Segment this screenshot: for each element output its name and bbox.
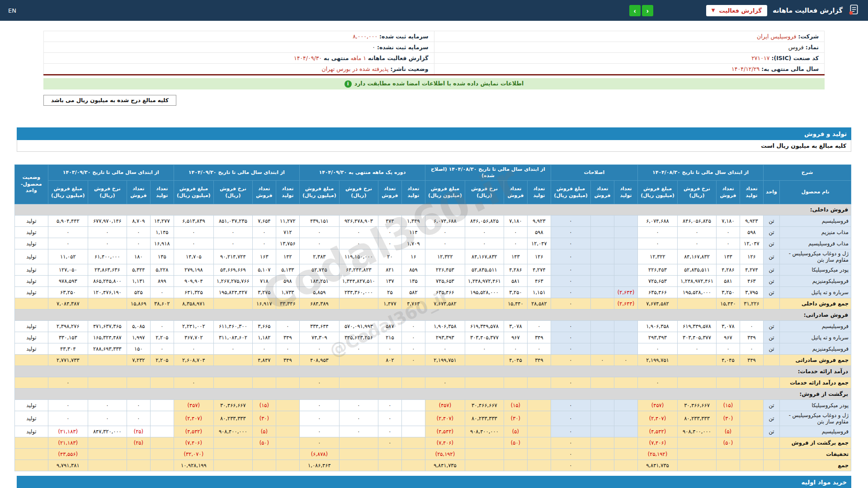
- info-icon: i: [344, 80, 352, 88]
- value-cell: ۱۶,۹۱۷: [252, 298, 276, 310]
- table-row: تخفیفات(۲۵,۱۹۲)۰(۲۵,۱۹۲)(۶,۸۷۸)(۳۲,۰۷۰)(…: [14, 449, 851, 460]
- value-cell: [740, 437, 764, 449]
- table-row: فروسیلیسیمتن۰۳,۰۷۸۶۱۹,۳۴۹,۵۷۸۱,۹۰۶,۳۵۸۰۰…: [14, 321, 851, 332]
- value-cell: [401, 437, 425, 449]
- value-cell: (۴۵۷): [425, 400, 465, 411]
- value-cell: ۶۱۹,۳۴۹,۵۷۸: [678, 321, 717, 332]
- value-cell: (۵۰): [504, 437, 527, 449]
- value-cell: ۶۸۴,۳۸۹: [299, 298, 339, 310]
- value-cell: [401, 460, 425, 471]
- value-cell: ۱۹۵,۵۲۸,۰۰۰: [678, 287, 717, 298]
- value-cell: ۰: [299, 343, 339, 355]
- value-cell: ۰: [465, 238, 504, 249]
- value-cell: [339, 355, 378, 366]
- value-cell: ۱۶۳: [252, 249, 276, 264]
- value-cell: ۰: [425, 377, 465, 389]
- value-cell: ۴,۲۷۴: [740, 264, 764, 276]
- value-cell: [590, 216, 614, 227]
- status-cell: تولید: [14, 400, 48, 411]
- value-cell: ۰: [88, 227, 127, 238]
- value-cell: (۲۱,۱۸۳): [48, 437, 88, 449]
- value-cell: ۱,۱۴۵: [150, 227, 174, 238]
- value-cell: [252, 449, 276, 460]
- symbol-label: نماد:: [806, 44, 819, 51]
- value-cell: ۳,۲۵۰: [717, 287, 740, 298]
- value-cell: ۰: [174, 343, 213, 355]
- value-cell: ۱,۲۴۸,۹۷۲,۴۶۱: [465, 276, 504, 287]
- value-cell: (۲,۶۴۴): [614, 298, 637, 310]
- col-header: تعداد فروش: [127, 181, 150, 204]
- chevron-down-icon: ▼: [712, 8, 715, 13]
- value-cell: [276, 460, 299, 471]
- unit-cell: تن: [764, 264, 780, 276]
- value-cell: ۰: [504, 343, 527, 355]
- value-cell: [527, 437, 551, 449]
- value-cell: ۸۰۲: [378, 355, 401, 366]
- unit-cell: تن: [764, 227, 780, 238]
- value-cell: ۰: [174, 377, 213, 389]
- table-row: جمع درآمد ارائه خدمات۰۰۰۰۰۰: [14, 377, 851, 389]
- value-cell: ۳۰,۴۶۶,۶۶۷: [678, 400, 717, 411]
- value-cell: ۹,۹۲۳: [527, 216, 551, 227]
- value-cell: ۹۶۷: [504, 332, 527, 343]
- value-cell: [213, 460, 252, 471]
- value-cell: ۰: [213, 227, 252, 238]
- unit-cell: [764, 449, 780, 460]
- language-toggle[interactable]: EN: [8, 7, 16, 14]
- value-cell: ۵,۸۵۹: [299, 287, 339, 298]
- unit-cell: تن: [764, 400, 780, 411]
- value-cell: ۷,۶۷۴,۵۸۲: [425, 298, 465, 310]
- value-cell: [378, 377, 401, 389]
- value-cell: [590, 377, 614, 389]
- value-cell: ۸۰,۲۳۳,۳۳۳: [213, 411, 252, 426]
- section-row: درآمد ارائه خدمات:: [14, 366, 851, 377]
- report-type-dropdown[interactable]: گزارش فعالیت ▼: [706, 5, 767, 16]
- value-cell: ۵,۰۸۵: [127, 321, 150, 332]
- value-cell: ۲,۳۹۸,۲۷۶: [48, 321, 88, 332]
- value-cell: ۴۳,۳۰۴: [48, 343, 88, 355]
- value-cell: [590, 249, 614, 264]
- value-cell: ۹۰,۲۱۴,۷۲۴: [213, 249, 252, 264]
- value-cell: (۶,۸۷۸): [299, 449, 339, 460]
- col-header: نرخ فروش (ریال): [465, 181, 504, 204]
- value-cell: ۰: [339, 400, 378, 411]
- value-cell: ۱۵,۴۴۰: [504, 298, 527, 310]
- production-sales-table: شرحاز ابتدای سال مالی تا تاریخ ۱۴۰۴/۰۸/۳…: [14, 164, 851, 472]
- value-cell: [590, 400, 614, 411]
- status-cell: تولید: [14, 216, 48, 227]
- status-cell: تولید: [14, 227, 48, 238]
- value-cell: ۰: [48, 238, 88, 249]
- value-cell: ۰: [339, 426, 378, 437]
- col-header: تعداد تولید: [276, 181, 299, 204]
- value-cell: ۱,۷۳۳: [276, 287, 299, 298]
- value-cell: [527, 411, 551, 426]
- value-cell: ۱۴,۷۰۵: [174, 249, 213, 264]
- value-cell: ۰: [637, 238, 677, 249]
- prev-report-button[interactable]: ›: [629, 5, 641, 16]
- value-cell: ۶,۵۱۳,۸۳۹: [174, 216, 213, 227]
- value-cell: ۱۶: [401, 249, 425, 264]
- value-cell: ۲۸۸,۶۹۳,۳۳۳: [88, 343, 127, 355]
- value-cell: ۳۴۹: [527, 332, 551, 343]
- col-header: مبلغ فروش (میلیون ریال): [637, 181, 677, 204]
- value-cell: ۰: [551, 216, 590, 227]
- value-cell: ۶,۰۷۴,۶۸۸: [637, 216, 677, 227]
- value-cell: ۰: [88, 400, 127, 411]
- value-cell: (۷,۴۰۶): [637, 437, 677, 449]
- value-cell: ۰: [717, 227, 740, 238]
- value-cell: [276, 400, 299, 411]
- value-cell: ۵۹۸: [276, 276, 299, 287]
- value-cell: ۳۸,۶۰۲: [150, 298, 174, 310]
- col-header: تعداد فروش: [717, 181, 740, 204]
- col-header: تعداد فروش: [590, 181, 614, 204]
- top-navbar: گزارش فعالیت ماهانه گزارش فعالیت ▼ ‹ › E…: [0, 0, 868, 21]
- value-cell: ۸۲۱: [378, 264, 401, 276]
- value-cell: ۰: [150, 321, 174, 332]
- section-row-label: فروش داخلی:: [14, 204, 851, 216]
- value-cell: ۱,۱۵۱: [527, 287, 551, 298]
- next-report-button[interactable]: ‹: [642, 5, 653, 16]
- value-cell: ۹,۸۴۱,۷۳۵: [425, 460, 465, 471]
- value-cell: ۱,۳۴۹: [401, 216, 425, 227]
- value-cell: (۵): [504, 426, 527, 437]
- table-row: سرباره و ته پاتیلتن۳,۷۹۵۳,۲۵۰۱۹۵,۵۲۸,۰۰۰…: [14, 287, 851, 298]
